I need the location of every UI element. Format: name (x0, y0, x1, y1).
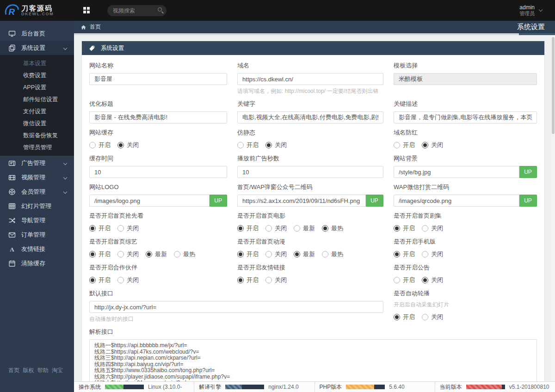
radio-option[interactable]: 关闭 (422, 276, 443, 284)
radio-option[interactable]: 开启 (394, 313, 415, 321)
radio-option[interactable]: 关闭 (117, 250, 139, 258)
sidebar-footer-link[interactable]: 帮助 (37, 367, 49, 374)
radio-option[interactable]: 最热 (322, 224, 343, 233)
radio-icon (394, 314, 400, 320)
radio-icon (89, 142, 96, 148)
radio-option[interactable]: 最新 (294, 224, 315, 233)
sidebar-item[interactable]: 系统设置 (0, 41, 74, 55)
radio-option[interactable]: 开启 (394, 224, 415, 233)
text-input[interactable] (89, 195, 210, 207)
radio-option[interactable]: 开启 (237, 250, 259, 258)
text-input[interactable] (394, 73, 537, 85)
radio-option[interactable]: 最热 (174, 250, 195, 258)
page-title: 系统设置 (517, 23, 549, 31)
radio-option[interactable]: 关闭 (265, 141, 287, 149)
radio-option[interactable]: 关闭 (422, 313, 443, 321)
sidebar-item[interactable]: 订单管理 (0, 227, 74, 242)
sidebar-footer-link[interactable]: 淘宝 (52, 367, 63, 374)
sidebar-item[interactable]: A 友情链接 (0, 242, 74, 256)
upload-button[interactable]: UP (519, 195, 537, 207)
sidebar-subitem[interactable]: 数据备份恢复 (0, 129, 74, 141)
radio-option[interactable]: 开启 (237, 224, 259, 233)
radio-option[interactable]: 开启 (89, 276, 111, 284)
text-input[interactable] (394, 111, 537, 123)
sidebar-subitem[interactable]: 支付设置 (0, 105, 74, 117)
radio-option[interactable]: 关闭 (265, 276, 287, 284)
upload-button[interactable]: UP (519, 166, 537, 178)
form-field: 关键描述 (394, 100, 537, 123)
sidebar-subitem[interactable]: 收费设置 (0, 69, 74, 81)
sidebar-item[interactable]: 会员管理 (0, 184, 74, 199)
radio-option[interactable]: 关闭 (422, 250, 443, 258)
sidebar-footer-link[interactable]: 首页 (8, 367, 19, 374)
sidebar-subitem[interactable]: APP设置 (0, 81, 74, 93)
sidebar-subitem[interactable]: 管理员管理 (0, 141, 74, 153)
sidebar-footer-link[interactable]: 版权 (23, 367, 34, 374)
sidebar-item-label: 系统设置 (21, 44, 58, 52)
settings-panel: 系统设置 网站名称 域名请填写域名，例如: http://micool.top/… (81, 41, 545, 381)
status-progress-track (225, 385, 264, 389)
text-input[interactable] (89, 301, 383, 313)
apps-grid-icon[interactable] (82, 6, 92, 15)
radio-option[interactable]: 开启 (89, 224, 111, 233)
sidebar-item[interactable]: 广告管理 (0, 156, 74, 170)
radio-option[interactable]: 关闭 (422, 224, 443, 233)
radio-option[interactable]: 最热 (322, 250, 343, 258)
radio-option[interactable]: 开启 (394, 276, 415, 284)
text-input[interactable] (89, 73, 227, 85)
scrollbar-thumb[interactable] (552, 37, 555, 134)
radio-option[interactable]: 关闭 (117, 141, 139, 149)
sidebar-item[interactable]: 导航管理 (0, 213, 74, 227)
form-field: 是否开启首页剧集 开启 关闭 (394, 212, 537, 233)
radio-icon (89, 225, 96, 232)
radio-icon (237, 277, 244, 283)
text-input[interactable] (237, 166, 383, 178)
text-input[interactable] (89, 111, 227, 123)
status-progress-track (466, 385, 505, 389)
text-input[interactable] (237, 73, 383, 85)
status-progress-fill (466, 385, 502, 389)
field-label: 网站LOGO (89, 183, 227, 191)
radio-option[interactable]: 开启 (89, 141, 111, 149)
form-field: 网站名称 (89, 61, 227, 95)
sidebar-subitem[interactable]: 微信设置 (0, 117, 74, 129)
text-input[interactable] (89, 166, 227, 178)
sidebar-item[interactable]: 清除缓存 (0, 256, 74, 270)
sidebar-item[interactable]: 视频管理 (0, 170, 74, 184)
slides-icon (8, 202, 16, 210)
textarea-input[interactable]: 线路一$https://api.bbbbbb.me/jx/?url= 线路二$h… (89, 339, 537, 381)
text-input[interactable] (394, 195, 519, 207)
sidebar-subitem[interactable]: 邮件短信设置 (0, 93, 74, 105)
sidebar-item[interactable]: 幻灯片管理 (0, 199, 74, 213)
status-value: nginx/1.24.0 (268, 384, 298, 390)
radio-option[interactable]: 开启 (89, 250, 111, 258)
status-progress-track (105, 385, 144, 389)
radio-option[interactable]: 开启 (237, 276, 259, 284)
text-input[interactable] (237, 111, 383, 123)
radio-option[interactable]: 最新 (294, 250, 315, 258)
radio-option[interactable]: 关闭 (117, 224, 139, 233)
radio-option[interactable]: 开启 (394, 141, 415, 149)
text-input[interactable] (237, 195, 366, 207)
radio-option[interactable]: 关闭 (117, 276, 139, 284)
vertical-scrollbar[interactable] (551, 35, 555, 381)
sidebar-item-label: 幻灯片管理 (21, 202, 67, 210)
sidebar-subitem[interactable]: 基本设置 (0, 57, 74, 69)
field-label: 播放前广告秒数 (237, 154, 383, 163)
radio-option[interactable]: 关闭 (265, 224, 287, 233)
breadcrumb[interactable]: 首页 (80, 23, 101, 31)
radio-option[interactable]: 最新 (146, 250, 167, 258)
sidebar-item[interactable]: 后台首页 (0, 26, 74, 41)
text-input[interactable] (394, 166, 519, 178)
radio-option[interactable]: 开启 (237, 141, 259, 149)
radio-option[interactable]: 关闭 (422, 141, 443, 149)
status-value: 5.6.40 (389, 384, 404, 390)
upload-button[interactable]: UP (366, 195, 383, 207)
form-field: 是否开启首页综艺 开启 关闭 最新 最热 (89, 238, 227, 258)
radio-option[interactable]: 开启 (394, 250, 415, 258)
upload-button[interactable]: UP (210, 195, 227, 207)
search-icon[interactable] (158, 7, 162, 12)
status-progress-fill (346, 385, 374, 389)
radio-option[interactable]: 关闭 (265, 250, 287, 258)
user-menu[interactable]: admin 管理员 (519, 5, 542, 16)
